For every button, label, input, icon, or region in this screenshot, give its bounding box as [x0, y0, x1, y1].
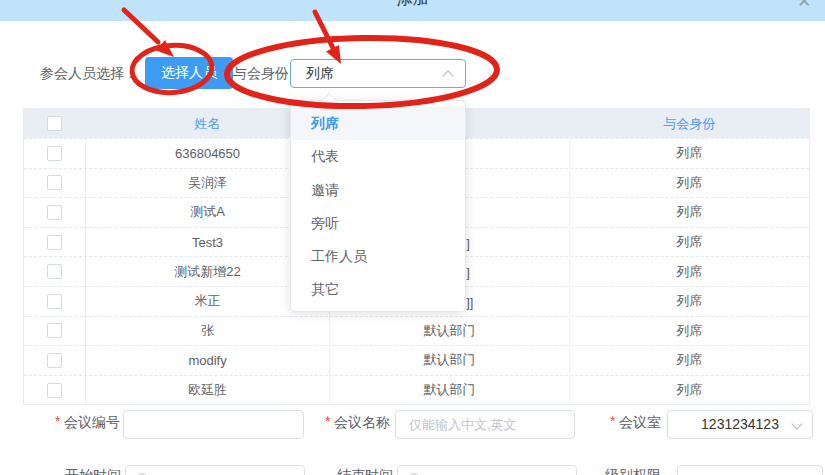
end-time-input[interactable] [397, 465, 577, 475]
dept-cell-fragment: ] [466, 265, 470, 280]
dropdown-notch [322, 93, 336, 107]
dept-cell: 默认部门 [330, 346, 569, 375]
header-checkbox-cell [24, 109, 86, 138]
level-label: 级别权限 [605, 467, 661, 475]
role-select-value: 列席 [306, 65, 334, 83]
row-checkbox[interactable] [47, 235, 62, 250]
dept-cell-fragment: ]] [466, 295, 473, 310]
annotation-arrowhead-left [156, 40, 174, 57]
dialog-title: 添加 [0, 0, 825, 10]
meeting-no-label: 会议编号 [64, 414, 120, 432]
meeting-room-value: 1231234123 [701, 416, 779, 432]
row-checkbox[interactable] [47, 146, 62, 161]
row-checkbox[interactable] [47, 294, 62, 309]
role-dropdown-panel: 列席 代表 邀请 旁听 工作人员 其它 [290, 100, 466, 312]
meeting-no-input[interactable] [123, 410, 304, 439]
dropdown-item-liexi[interactable]: 列席 [291, 107, 465, 140]
dialog-header: 添加 ✕ [0, 0, 825, 21]
row-checkbox[interactable] [47, 175, 62, 190]
role-cell: 列席 [570, 346, 809, 375]
select-all-checkbox[interactable] [47, 116, 62, 131]
select-people-button[interactable]: 选择人员 [145, 57, 233, 89]
dept-cell: 默认部门 [330, 317, 569, 346]
start-time-label: 开始时间 [65, 467, 121, 475]
role-label: 与会身份 [233, 65, 289, 82]
close-icon[interactable]: ✕ [797, 0, 811, 12]
start-time-input[interactable] [125, 465, 305, 475]
required-marker: * [325, 413, 330, 429]
role-cell: 列席 [570, 139, 809, 168]
participant-select-label: 参会人员选择： [40, 65, 138, 82]
end-time-label: 结束时间 [337, 467, 393, 475]
role-cell: 列席 [570, 198, 809, 227]
dropdown-item-daibiao[interactable]: 代表 [291, 140, 465, 173]
required-marker: * [55, 413, 60, 429]
required-marker: * [610, 413, 615, 429]
name-cell: modify [86, 346, 330, 375]
add-meeting-dialog: 添加 ✕ 参会人员选择： 选择人员 与会身份 列席 姓名 与会身份 636804… [0, 0, 825, 475]
name-cell: 张 [86, 317, 330, 346]
table-row: 张 默认部门 列席 [24, 316, 809, 346]
row-checkbox[interactable] [47, 205, 62, 220]
chevron-up-icon [442, 70, 453, 81]
level-input[interactable] [677, 465, 823, 475]
role-column-header: 与会身份 [570, 109, 809, 138]
role-cell: 列席 [570, 169, 809, 198]
meeting-room-label: 会议室 [619, 414, 661, 432]
row-checkbox[interactable] [47, 323, 62, 338]
dept-cell-fragment: ] [466, 236, 470, 251]
chevron-down-icon [791, 418, 802, 429]
role-cell: 列席 [570, 287, 809, 316]
dropdown-item-qita[interactable]: 其它 [291, 273, 465, 306]
name-cell: 欧廷胜 [86, 376, 330, 405]
meeting-name-input[interactable] [395, 410, 575, 439]
table-row: modify 默认部门 列席 [24, 345, 809, 375]
role-cell: 列席 [570, 376, 809, 405]
role-cell: 列席 [570, 317, 809, 346]
dropdown-item-yaoqing[interactable]: 邀请 [291, 174, 465, 207]
role-cell: 列席 [570, 228, 809, 257]
dropdown-item-gongzuorenyuan[interactable]: 工作人员 [291, 240, 465, 273]
role-cell: 列席 [570, 257, 809, 286]
row-checkbox[interactable] [47, 383, 62, 398]
meeting-name-label: 会议名称 [334, 414, 390, 432]
meeting-room-select[interactable]: 1231234123 [667, 410, 813, 439]
row-checkbox[interactable] [47, 264, 62, 279]
role-select[interactable]: 列席 [290, 59, 466, 88]
row-checkbox[interactable] [47, 353, 62, 368]
table-row: 欧廷胜 默认部门 列席 [24, 375, 809, 405]
dropdown-item-pangting[interactable]: 旁听 [291, 207, 465, 240]
dept-cell: 默认部门 [330, 376, 569, 405]
